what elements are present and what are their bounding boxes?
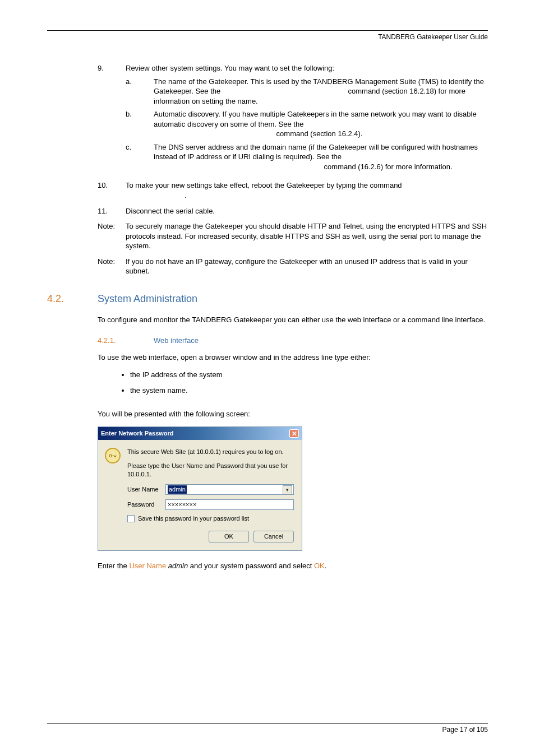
list-item: the system name. <box>130 386 488 401</box>
final-instruction: Enter the User Name admin and your syste… <box>98 561 488 571</box>
sub-body-c: The DNS server address and the domain na… <box>154 142 488 172</box>
note-label: Note: <box>98 221 126 251</box>
dialog-title: Enter Network Password <box>101 429 174 438</box>
save-password-checkbox[interactable] <box>127 515 135 522</box>
sub-body-a: The name of the Gatekeeper. This is used… <box>154 77 488 106</box>
subsection-number: 4.2.1. <box>98 336 154 346</box>
password-input[interactable]: ×××××××× <box>165 499 294 510</box>
sub-letter: a. <box>126 77 154 106</box>
step-number: 11. <box>98 206 126 216</box>
note2-text: If you do not have an IP gateway, config… <box>126 257 488 276</box>
dialog-line2: Please type the User Name and Password t… <box>127 462 294 479</box>
section-number: 4.2. <box>47 293 98 305</box>
save-password-label: Save this password in your password list <box>138 514 249 523</box>
key-icon: 🗝 <box>105 448 127 542</box>
page-footer: Page 17 of 105 <box>47 726 488 734</box>
sub-letter: c. <box>126 142 154 172</box>
password-label: Password <box>127 500 165 509</box>
cancel-button[interactable]: Cancel <box>253 531 294 542</box>
subsection-title: Web interface <box>154 336 199 346</box>
step11-text: Disconnect the serial cable. <box>126 206 488 216</box>
ok-button[interactable]: OK <box>209 531 249 542</box>
dialog-line1: This secure Web Site (at 10.0.0.1) requi… <box>127 448 294 456</box>
note-label: Note: <box>98 257 126 276</box>
page-header: TANDBERG Gatekeeper User Guide <box>47 33 488 41</box>
username-label: User Name <box>127 485 165 494</box>
sub-letter: b. <box>126 109 154 139</box>
sub-body-b: Automatic discovery. If you have multipl… <box>154 109 488 139</box>
web-intro: To use the web interface, open a browser… <box>98 353 488 363</box>
section-title: System Administration <box>98 293 197 305</box>
note1-text: To securely manage the Gatekeeper you sh… <box>126 221 488 251</box>
section-intro: To configure and monitor the TANDBERG Ga… <box>98 315 488 325</box>
username-input[interactable]: admin <box>165 484 294 495</box>
step-number: 9. <box>98 63 126 175</box>
step-number: 10. <box>98 180 126 200</box>
step9-intro: Review other system settings. You may wa… <box>126 63 488 73</box>
list-item: the IP address of the system <box>130 370 488 386</box>
screen-intro: You will be presented with the following… <box>98 409 488 419</box>
password-dialog: Enter Network Password ✕ 🗝 This secure W… <box>98 426 302 550</box>
step10-text: To make your new settings take effect, r… <box>126 180 488 200</box>
close-icon[interactable]: ✕ <box>289 429 299 438</box>
